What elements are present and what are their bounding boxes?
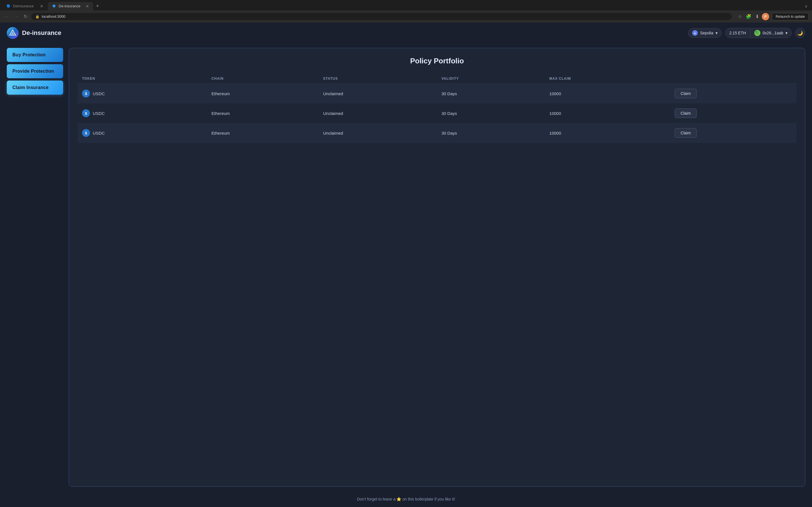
tab2-label: De-insurance	[59, 4, 80, 8]
col-header-status: STATUS	[319, 74, 437, 83]
cell-chain-2: Ethereum	[207, 123, 319, 143]
cell-max-claim-2: 10000	[545, 123, 670, 143]
tab1-favicon: 🔵	[6, 4, 11, 8]
network-selector[interactable]: ◈ Sepolia ▾	[688, 28, 722, 38]
col-header-action	[670, 74, 797, 83]
toolbar-icons: ☆ 🧩 ⬇ P	[737, 13, 769, 20]
col-header-validity: VALIDITY	[437, 74, 545, 83]
back-button[interactable]: ←	[3, 13, 10, 20]
star-icon[interactable]: ☆	[737, 13, 743, 20]
token-name-2: USDC	[93, 131, 105, 135]
app-title: De-insurance	[22, 29, 61, 37]
table-row: $ USDC Ethereum Unclaimed 30 Days 10000 …	[78, 123, 797, 143]
network-label: Sepolia	[700, 31, 713, 35]
tab-de-insurance[interactable]: 🔷 De-insurance ✕	[48, 2, 93, 10]
usdc-icon-2: $	[82, 129, 90, 137]
sidebar: Buy Protection Provide Protection Claim …	[7, 48, 63, 487]
cell-token-1: $ USDC	[78, 103, 207, 123]
claim-button-0[interactable]: Claim	[675, 89, 697, 98]
tab-deinsurance[interactable]: 🔵 DeInsurance ✕	[2, 2, 47, 10]
col-header-max-claim: MAX CLAIM	[545, 74, 670, 83]
wallet-address-text: 0x26...1aab	[763, 31, 783, 35]
reload-button[interactable]: ↻	[22, 13, 29, 20]
extension-icon[interactable]: 🧩	[745, 13, 753, 20]
cell-status-2: Unclaimed	[319, 123, 437, 143]
table-row: $ USDC Ethereum Unclaimed 30 Days 10000 …	[78, 103, 797, 123]
url-text: localhost:3000	[42, 14, 65, 18]
col-header-token: TOKEN	[78, 74, 207, 83]
wallet-address[interactable]: 🦎 0x26...1aab ▾	[750, 28, 792, 38]
wallet-chevron-icon: ▾	[785, 31, 788, 35]
table-body: $ USDC Ethereum Unclaimed 30 Days 10000 …	[78, 83, 797, 143]
app-header: De-insurance ◈ Sepolia ▾ 2.15 ETH 🦎 0x26…	[0, 22, 812, 43]
new-tab-button[interactable]: +	[94, 2, 101, 10]
cell-status-0: Unclaimed	[319, 83, 437, 104]
usdc-icon-0: $	[82, 90, 90, 98]
dark-mode-button[interactable]: 🌙	[795, 28, 805, 38]
cell-chain-0: Ethereum	[207, 83, 319, 104]
header-right: ◈ Sepolia ▾ 2.15 ETH 🦎 0x26...1aab ▾ 🌙	[688, 28, 805, 38]
cell-max-claim-1: 10000	[545, 103, 670, 123]
moon-icon: 🌙	[797, 31, 803, 36]
network-chevron-icon: ▾	[716, 31, 718, 35]
sidebar-item-buy-protection[interactable]: Buy Protection	[7, 48, 63, 62]
claim-button-2[interactable]: Claim	[675, 128, 697, 138]
cell-validity-0: 30 Days	[437, 83, 545, 104]
url-bar[interactable]: 🔒 localhost:3000	[31, 13, 732, 20]
cell-action-2: Claim	[670, 123, 797, 143]
sidebar-item-provide-protection[interactable]: Provide Protection	[7, 64, 63, 78]
app-content: De-insurance ◈ Sepolia ▾ 2.15 ETH 🦎 0x26…	[0, 22, 812, 507]
lock-icon: 🔒	[35, 15, 40, 18]
main-layout: Buy Protection Provide Protection Claim …	[0, 43, 812, 491]
address-bar: ← → ↻ 🔒 localhost:3000 ☆ 🧩 ⬇ P Relaunch …	[0, 10, 812, 22]
main-panel: Policy Portfolio TOKEN CHAIN STATUS VALI…	[69, 48, 805, 487]
tab1-close-icon[interactable]: ✕	[40, 4, 43, 8]
eth-balance: 2.15 ETH	[725, 29, 750, 37]
table-row: $ USDC Ethereum Unclaimed 30 Days 10000 …	[78, 83, 797, 104]
app-footer: Don't forget to leave a ⭐ on this boiler…	[0, 491, 812, 507]
tab2-close-icon[interactable]: ✕	[86, 4, 89, 8]
wallet-avatar-icon: 🦎	[754, 30, 760, 36]
tab-expand-icon[interactable]: ∨	[802, 3, 810, 10]
tab-bar: 🔵 DeInsurance ✕ 🔷 De-insurance ✕ + ∨	[0, 0, 812, 10]
policy-table: TOKEN CHAIN STATUS VALIDITY MAX CLAIM $ …	[78, 74, 797, 143]
token-name-1: USDC	[93, 111, 105, 116]
tab1-label: DeInsurance	[13, 4, 34, 8]
cell-action-0: Claim	[670, 83, 797, 104]
tab2-favicon: 🔷	[52, 4, 56, 8]
cell-max-claim-0: 10000	[545, 83, 670, 104]
cell-action-1: Claim	[670, 103, 797, 123]
token-name-0: USDC	[93, 91, 105, 96]
table-header: TOKEN CHAIN STATUS VALIDITY MAX CLAIM	[78, 74, 797, 83]
sidebar-item-claim-insurance[interactable]: Claim Insurance	[7, 80, 63, 95]
app-logo: De-insurance	[7, 27, 61, 39]
cell-token-2: $ USDC	[78, 123, 207, 143]
browser-chrome: 🔵 DeInsurance ✕ 🔷 De-insurance ✕ + ∨ ← →…	[0, 0, 812, 22]
usdc-icon-1: $	[82, 109, 90, 117]
network-icon: ◈	[692, 30, 698, 36]
cell-token-0: $ USDC	[78, 83, 207, 104]
logo-icon	[7, 27, 18, 39]
relaunch-button[interactable]: Relaunch to update	[772, 13, 809, 20]
forward-button[interactable]: →	[13, 13, 20, 20]
profile-avatar[interactable]: P	[762, 13, 769, 20]
download-icon[interactable]: ⬇	[754, 13, 760, 20]
cell-validity-1: 30 Days	[437, 103, 545, 123]
footer-text: Don't forget to leave a ⭐ on this boiler…	[357, 497, 455, 501]
col-header-chain: CHAIN	[207, 74, 319, 83]
cell-chain-1: Ethereum	[207, 103, 319, 123]
wallet-info: 2.15 ETH 🦎 0x26...1aab ▾	[725, 28, 792, 38]
cell-status-1: Unclaimed	[319, 103, 437, 123]
cell-validity-2: 30 Days	[437, 123, 545, 143]
claim-button-1[interactable]: Claim	[675, 108, 697, 118]
panel-title: Policy Portfolio	[78, 57, 797, 65]
